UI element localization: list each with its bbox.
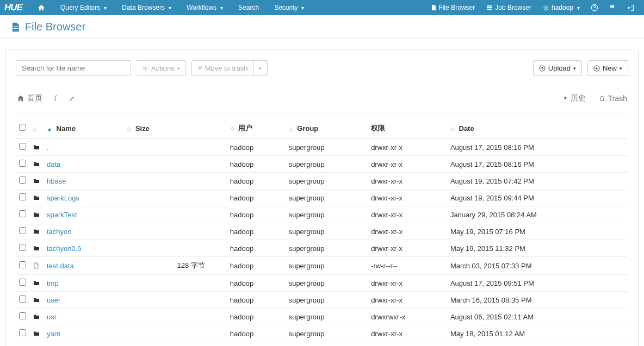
nav-data-browsers[interactable]: Data Browsers xyxy=(114,0,179,15)
page-header: File Browser xyxy=(0,15,644,38)
row-checkbox[interactable] xyxy=(19,261,26,268)
nav-logout-icon[interactable] xyxy=(622,0,640,15)
nav-left: Query Editors Data Browsers Workflows Se… xyxy=(30,0,312,15)
breadcrumb-edit[interactable] xyxy=(69,95,76,102)
folder-icon xyxy=(33,211,40,218)
cell-perm: drwxr-xr-x xyxy=(368,240,447,257)
table-row: tachyonhadoopsupergroupdrwxr-xr-xMay 19,… xyxy=(16,223,628,240)
logo: HUE xyxy=(4,2,22,13)
row-checkbox[interactable] xyxy=(19,295,26,303)
cell-size xyxy=(123,206,227,223)
nav-flag-icon[interactable] xyxy=(604,0,622,15)
row-checkbox[interactable] xyxy=(19,329,26,336)
gear-icon xyxy=(142,65,148,72)
row-checkbox[interactable] xyxy=(19,279,26,286)
top-nav: HUE Query Editors Data Browsers Workflow… xyxy=(0,0,644,15)
row-checkbox[interactable] xyxy=(19,227,26,234)
row-checkbox[interactable] xyxy=(19,210,26,217)
nav-query-editors[interactable]: Query Editors xyxy=(53,0,114,15)
cell-size xyxy=(123,223,227,240)
file-link[interactable]: tachyon0.5 xyxy=(47,244,82,253)
folder-icon xyxy=(33,144,40,150)
cell-group: supergroup xyxy=(286,139,368,156)
cell-perm: drwxr-xr-x xyxy=(368,206,447,223)
nav-security[interactable]: Security xyxy=(267,0,312,15)
history-link[interactable]: ▼ 历史 xyxy=(563,93,586,103)
cell-user: hadoop xyxy=(227,240,286,257)
file-link[interactable]: . xyxy=(47,143,49,152)
nav-search[interactable]: Search xyxy=(231,0,267,15)
folder-icon xyxy=(33,330,40,337)
folder-icon xyxy=(33,297,40,303)
nav-right: File Browser Job Browser hadoop xyxy=(425,0,640,15)
cell-size: 128 字节 xyxy=(123,257,227,275)
move-trash-split[interactable]: ▾ xyxy=(253,60,268,76)
home-nav-icon[interactable] xyxy=(30,0,53,15)
file-link[interactable]: sparkTest xyxy=(47,211,77,219)
new-label: New xyxy=(603,64,617,72)
upload-button[interactable]: Upload ▾ xyxy=(533,60,582,76)
breadcrumb-home[interactable]: 首页 xyxy=(17,93,42,103)
cell-perm: -rw-r--r-- xyxy=(368,257,447,275)
nav-job-browser-label: Job Browser xyxy=(495,4,531,11)
row-checkbox[interactable] xyxy=(19,143,26,150)
table-row: yarnhadoopsupergroupdrwxr-xr-xMay 18, 20… xyxy=(16,325,628,342)
table-row: hbasehadoopsupergroupdrwxr-xr-xAugust 19… xyxy=(16,173,628,190)
cell-date: August 17, 2015 08:16 PM xyxy=(447,156,628,173)
cell-perm: drwxr-xr-x xyxy=(368,292,447,309)
row-checkbox[interactable] xyxy=(19,160,26,167)
breadcrumb-home-label: 首页 xyxy=(27,93,42,103)
row-checkbox[interactable] xyxy=(19,312,26,319)
trash-link[interactable]: Trash xyxy=(599,93,627,103)
nav-user-menu[interactable]: hadoop xyxy=(537,0,585,15)
nav-help-icon[interactable] xyxy=(585,0,604,15)
page-title: File Browser xyxy=(25,21,85,33)
select-all-checkbox[interactable] xyxy=(19,124,26,131)
folder-icon xyxy=(33,313,40,320)
file-link[interactable]: user xyxy=(47,296,60,304)
nav-file-browser[interactable]: File Browser xyxy=(425,0,481,15)
help-icon xyxy=(591,4,598,11)
file-link[interactable]: tachyon xyxy=(47,228,72,236)
col-date[interactable]: ◇ Date xyxy=(447,118,628,139)
row-checkbox[interactable] xyxy=(19,177,26,184)
svg-point-2 xyxy=(145,67,146,69)
move-trash-button[interactable]: ✕ Move to trash xyxy=(191,60,254,76)
cell-date: May 19, 2015 07:16 PM xyxy=(447,223,628,240)
col-size[interactable]: ◇ Size xyxy=(123,118,227,139)
search-input[interactable] xyxy=(16,60,131,76)
nav-job-browser[interactable]: Job Browser xyxy=(480,0,537,15)
col-name[interactable]: ▲ Name xyxy=(44,118,123,139)
col-group[interactable]: ◇ Group xyxy=(286,118,368,139)
table-row: sparkTesthadoopsupergroupdrwxr-xr-xJanua… xyxy=(16,206,628,223)
file-link[interactable]: usr xyxy=(47,313,57,321)
toolbar: Actions ▾ ✕ Move to trash ▾ Upload ▾ New… xyxy=(16,60,628,76)
cell-perm: drwxr-xr-x xyxy=(368,190,447,206)
cell-date: May 19, 2015 11:32 PM xyxy=(447,240,628,257)
cell-size xyxy=(123,190,227,206)
row-checkbox[interactable] xyxy=(19,244,26,251)
upload-label: Upload xyxy=(548,64,571,72)
file-link[interactable]: tmp xyxy=(47,279,59,287)
cell-group: supergroup xyxy=(286,206,368,223)
row-checkbox[interactable] xyxy=(19,193,26,200)
folder-icon xyxy=(33,178,40,184)
cell-date: January 29, 2015 08:24 AM xyxy=(447,206,628,223)
file-link[interactable]: hbase xyxy=(47,177,66,185)
file-link[interactable]: test.data xyxy=(47,262,74,270)
new-button[interactable]: New ▾ xyxy=(587,60,628,76)
cell-perm: drwxrwxr-x xyxy=(368,309,447,325)
file-link[interactable]: yarn xyxy=(47,330,60,338)
sort-icon-col[interactable]: ◇ xyxy=(33,126,37,132)
cell-size xyxy=(123,309,227,325)
table-row: userhadoopsupergroupdrwxr-xr-xMarch 16, … xyxy=(16,292,628,309)
cell-group: supergroup xyxy=(286,325,368,342)
actions-button[interactable]: Actions ▾ xyxy=(137,60,186,76)
nav-workflows[interactable]: Workflows xyxy=(179,0,231,15)
col-user[interactable]: ◇ 用户 xyxy=(227,118,286,139)
breadcrumb-sep: / xyxy=(54,94,57,103)
col-perm[interactable]: 权限 xyxy=(368,118,447,139)
file-link[interactable]: data xyxy=(47,160,60,168)
file-link[interactable]: sparkLogs xyxy=(47,194,79,202)
cell-user: hadoop xyxy=(227,139,286,156)
